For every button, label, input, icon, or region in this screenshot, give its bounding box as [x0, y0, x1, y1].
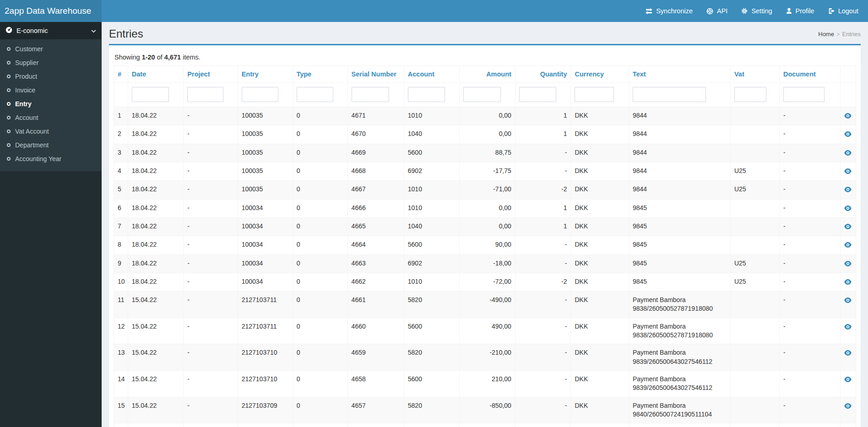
view-entry-button[interactable] — [844, 130, 852, 139]
nav-item-synchronize[interactable]: Synchronize — [639, 0, 700, 22]
cell-date: 18.04.22 — [128, 144, 184, 162]
cell-entry: 100035 — [238, 144, 293, 162]
filter-amount-input[interactable] — [463, 87, 501, 102]
eye-icon — [844, 205, 852, 211]
sidebar-item-account[interactable]: Account — [0, 111, 102, 124]
circle-o-icon — [7, 75, 11, 78]
breadcrumb-home[interactable]: Home — [818, 31, 834, 38]
nav-item-setting[interactable]: Setting — [734, 0, 779, 22]
column-header-currency[interactable]: Currency — [571, 66, 629, 83]
filter-account-input[interactable] — [408, 87, 445, 102]
circle-o-icon — [7, 143, 11, 147]
filter-document-input[interactable] — [783, 87, 825, 102]
table-row: 318.04.22-10003504669560088,75-DKK9844- — [114, 144, 856, 162]
eye-icon — [844, 168, 852, 174]
view-entry-button[interactable] — [844, 204, 852, 213]
filter-type-input[interactable] — [297, 87, 333, 102]
cell-quantity: -2 — [515, 181, 571, 199]
cell-date: 18.04.22 — [128, 217, 184, 236]
circle-o-icon — [7, 47, 11, 51]
filter-text-input[interactable] — [633, 87, 706, 102]
table-row: 418.04.22-100035046686902-17,75-DKK9844U… — [114, 162, 856, 180]
cell-account: 6902 — [404, 254, 460, 273]
sidebar-item-invoice[interactable]: Invoice — [0, 83, 102, 97]
cell-action — [840, 217, 856, 236]
column-header-date[interactable]: Date — [128, 66, 184, 83]
cell-vat — [730, 107, 779, 125]
column-header-account[interactable]: Account — [404, 66, 460, 83]
sidebar-item-customer[interactable]: Customer — [0, 42, 102, 56]
table-row: 918.04.22-100034046636902-18,00-DKK9845U… — [114, 254, 856, 273]
column-header-type[interactable]: Type — [293, 66, 347, 83]
cell-vat: U25 — [730, 273, 779, 291]
view-entry-button[interactable] — [844, 148, 852, 158]
table-row: 718.04.22-1000340466510400,001DKK9845- — [114, 217, 856, 236]
cell-text: 9844 — [629, 144, 730, 162]
view-entry-button[interactable] — [844, 277, 852, 287]
view-entry-button[interactable] — [844, 401, 852, 411]
view-entry-button[interactable] — [844, 222, 852, 232]
view-entry-button[interactable] — [844, 259, 852, 269]
cell-account: 5600 — [404, 236, 460, 254]
column-header-quantity[interactable]: Quantity — [515, 66, 571, 83]
view-entry-button[interactable] — [844, 185, 852, 195]
cell-quantity: - — [515, 371, 571, 397]
filter-date-input[interactable] — [132, 87, 169, 102]
cell-serial: 4671 — [347, 107, 404, 125]
column-header-entry[interactable]: Entry — [238, 66, 293, 83]
sidebar-item-vat-account[interactable]: Vat Account — [0, 124, 102, 138]
filter-entry-input[interactable] — [242, 87, 278, 102]
cell-entry: 100035 — [238, 162, 293, 180]
view-entry-button[interactable] — [844, 167, 852, 176]
cell-account: 1010 — [404, 107, 460, 125]
sidebar-item-department[interactable]: Department — [0, 138, 102, 152]
column-header-text[interactable]: Text — [629, 66, 730, 83]
sidebar-item-entry[interactable]: Entry — [0, 97, 102, 111]
view-entry-button[interactable] — [844, 111, 852, 121]
column-header-amount[interactable]: Amount — [460, 66, 515, 83]
table-row: 1515.04.22-2127103709046575820-850,00-DK… — [114, 397, 856, 423]
cell-serial: 4658 — [347, 371, 404, 397]
filter-vat-input[interactable] — [734, 87, 766, 102]
cell-entry: 2127103711 — [238, 292, 293, 318]
cell-quantity: - — [515, 423, 571, 427]
view-entry-button[interactable] — [844, 348, 852, 358]
entries-table: #DateProjectEntryTypeSerial NumberAccoun… — [114, 65, 856, 427]
nav-item-profile[interactable]: Profile — [779, 0, 821, 22]
view-entry-button[interactable] — [844, 296, 852, 305]
cell-date: 15.04.22 — [128, 371, 184, 397]
cell-action — [840, 292, 856, 318]
cell-vat — [730, 318, 779, 344]
app-logo[interactable]: 2app Data Warehouse — [0, 0, 102, 22]
cell-vat — [730, 344, 779, 371]
view-entry-button[interactable] — [844, 240, 852, 250]
filter-serial-input[interactable] — [352, 87, 390, 102]
nav-item-api[interactable]: API — [700, 0, 734, 22]
cell-document: - — [779, 273, 840, 291]
column-header-vat[interactable]: Vat — [730, 66, 779, 83]
sidebar-item-accounting-year[interactable]: Accounting Year — [0, 152, 102, 166]
cell-date: 18.04.22 — [128, 236, 184, 254]
filter-quantity-input[interactable] — [519, 87, 557, 102]
cell-project: - — [184, 236, 238, 254]
cell-action — [840, 423, 856, 427]
sidebar-item-product[interactable]: Product — [0, 70, 102, 83]
filter-currency-input[interactable] — [575, 87, 613, 102]
column-header-project[interactable]: Project — [184, 66, 238, 83]
cell-account: 1040 — [404, 125, 460, 144]
nav-item-logout[interactable]: Logout — [821, 0, 865, 22]
table-row: 618.04.22-1000340466610100,001DKK9845- — [114, 199, 856, 217]
view-entry-button[interactable] — [844, 375, 852, 384]
sidebar-item-supplier[interactable]: Supplier — [0, 56, 102, 70]
breadcrumb-current: Entries — [842, 31, 861, 38]
view-entry-button[interactable] — [844, 322, 852, 332]
cell-action — [840, 125, 856, 144]
cell-currency: DKK — [571, 344, 629, 371]
cell-amount: -490,00 — [460, 292, 515, 318]
circle-o-icon — [7, 61, 11, 65]
column-header-serial[interactable]: Serial Number — [347, 66, 404, 83]
cell-serial: 4659 — [347, 344, 404, 371]
column-header-document[interactable]: Document — [779, 66, 840, 83]
filter-project-input[interactable] — [187, 87, 223, 102]
sidebar-section-economic[interactable]: E-conomic — [0, 22, 102, 39]
